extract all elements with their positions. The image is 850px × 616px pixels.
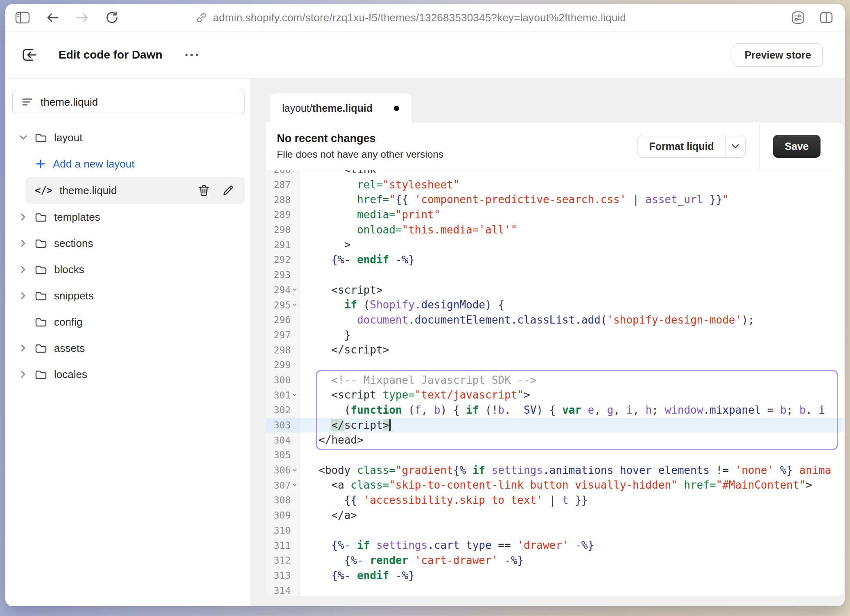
tab-theme-liquid[interactable]: layout/theme.liquid xyxy=(270,93,411,123)
gutter-line-number: 306 xyxy=(266,463,300,478)
sidebar-item-theme-liquid[interactable]: </>theme.liquid xyxy=(25,177,245,204)
code-line-288[interactable]: 288 href="{{ 'component-predictive-searc… xyxy=(266,192,844,207)
code-line-293[interactable]: 293 xyxy=(266,267,844,283)
sidebar-item-add-a-new-layout[interactable]: Add a new layout xyxy=(5,151,251,177)
code-line-308[interactable]: 308 {{ 'accessibility.skip_to_text' | t … xyxy=(266,493,844,508)
sidebar-item-sections[interactable]: sections xyxy=(5,230,251,256)
fold-chevron-icon[interactable] xyxy=(292,467,298,473)
code-line-302[interactable]: 302 (function (f, b) { if (!b.__SV) { va… xyxy=(266,403,844,418)
address-bar[interactable]: admin.shopify.com/store/rzq1xu-f5/themes… xyxy=(196,4,626,31)
more-actions-icon[interactable] xyxy=(185,54,198,56)
fold-chevron-icon[interactable] xyxy=(292,392,298,398)
folder-icon xyxy=(35,369,47,380)
sidebar-item-blocks[interactable]: blocks xyxy=(5,256,251,283)
code-line-295[interactable]: 295 if (Shopify.designMode) { xyxy=(266,297,844,313)
reload-icon[interactable] xyxy=(105,11,118,24)
file-filter-input[interactable]: theme.liquid xyxy=(12,90,245,114)
gutter-line-number: 291 xyxy=(266,237,300,252)
fold-chevron-icon[interactable] xyxy=(292,302,298,308)
chevron-down-icon xyxy=(731,143,739,149)
code-line-292[interactable]: 292 {%- endif -%} xyxy=(266,252,844,267)
exit-editor-icon[interactable] xyxy=(20,47,37,63)
code-line-300[interactable]: 300 <!-- Mixpanel Javascript SDK --> xyxy=(266,373,844,388)
gutter-line-number: 299 xyxy=(266,358,300,373)
code-line-290[interactable]: 290 onload="this.media='all'" xyxy=(266,222,844,238)
chevron-right-icon[interactable] xyxy=(20,291,26,300)
app-header: Edit code for Dawn Preview store xyxy=(5,32,845,79)
code-line-305[interactable]: 305 xyxy=(266,448,844,463)
gutter-line-number: 312 xyxy=(266,553,300,568)
folder-label: layout xyxy=(54,131,82,144)
sidebar-item-config[interactable]: config xyxy=(5,309,251,335)
code-line-296[interactable]: 296 document.documentElement.classList.a… xyxy=(266,313,844,328)
code-line-313[interactable]: 313 {%- endif -%} xyxy=(266,568,844,583)
gutter-line-number: 287 xyxy=(266,177,300,192)
forward-icon[interactable] xyxy=(76,12,89,23)
code-line-289[interactable]: 289 media="print" xyxy=(266,207,844,222)
code-line-314[interactable]: 314 xyxy=(266,583,844,596)
code-line-286[interactable]: 286 <link xyxy=(266,170,844,177)
code-line-312[interactable]: 312 {%- render 'cart-drawer' -%} xyxy=(266,553,844,568)
code-line-307[interactable]: 307 <a class="skip-to-content-link butto… xyxy=(266,478,844,493)
status-title: No recent changes xyxy=(277,132,443,145)
gutter-line-number: 301 xyxy=(266,387,300,403)
sidebar-item-snippets[interactable]: snippets xyxy=(5,283,251,309)
sidebar-item-assets[interactable]: assets xyxy=(5,335,251,361)
header-divider xyxy=(759,122,760,170)
format-liquid-dropdown[interactable] xyxy=(725,135,745,157)
text-cursor xyxy=(389,419,391,431)
gutter-line-number: 290 xyxy=(266,222,300,238)
chevron-down-icon[interactable] xyxy=(19,135,28,140)
sidebar-item-layout[interactable]: layout xyxy=(5,125,251,151)
gutter-line-number: 289 xyxy=(266,207,300,222)
filter-icon xyxy=(22,97,33,107)
code-line-299[interactable]: 299 xyxy=(266,358,844,373)
code-line-311[interactable]: 311 {%- if settings.cart_type == 'drawer… xyxy=(266,538,844,553)
chevron-right-icon[interactable] xyxy=(20,265,26,274)
add-layout-label: Add a new layout xyxy=(53,158,134,170)
folder-label: snippets xyxy=(54,290,94,302)
editor-area: layout/theme.liquid No recent changes Fi… xyxy=(252,79,845,606)
code-line-294[interactable]: 294 <script> xyxy=(266,283,844,298)
code-line-309[interactable]: 309 </a> xyxy=(266,508,844,523)
fold-chevron-icon[interactable] xyxy=(292,482,298,488)
folder-icon xyxy=(35,317,47,327)
save-button[interactable]: Save xyxy=(773,135,821,158)
code-line-287[interactable]: 287 rel="stylesheet" xyxy=(266,177,844,192)
chevron-right-icon[interactable] xyxy=(20,239,26,248)
folder-icon xyxy=(35,290,47,301)
file-label: theme.liquid xyxy=(59,184,117,197)
gutter-line-number: 300 xyxy=(266,373,300,388)
folder-label: blocks xyxy=(54,263,84,276)
chevron-right-icon[interactable] xyxy=(20,370,26,379)
code-line-310[interactable]: 310 xyxy=(266,523,844,538)
tab-file-name: theme.liquid xyxy=(312,102,373,114)
plus-icon xyxy=(36,159,45,169)
sidebar-item-templates[interactable]: templates xyxy=(5,204,251,230)
code-line-303[interactable]: 303 </script> xyxy=(266,418,844,433)
chevron-right-icon[interactable] xyxy=(20,344,26,353)
code-line-297[interactable]: 297 } xyxy=(266,328,844,343)
split-view-icon[interactable] xyxy=(819,11,833,24)
code-line-304[interactable]: 304</head> xyxy=(266,433,844,448)
preview-store-button[interactable]: Preview store xyxy=(733,43,823,67)
format-liquid-button[interactable]: Format liquid xyxy=(638,135,745,158)
folder-icon xyxy=(35,264,47,275)
back-icon[interactable] xyxy=(46,12,59,23)
gutter-line-number: 293 xyxy=(266,267,300,283)
rename-file-icon[interactable] xyxy=(222,184,234,197)
file-sidebar: theme.liquid layoutAdd a new layout</>th… xyxy=(5,79,252,606)
code-line-298[interactable]: 298 </script> xyxy=(266,342,844,358)
code-line-291[interactable]: 291 > xyxy=(266,237,844,252)
code-line-301[interactable]: 301 <script type="text/javascript"> xyxy=(266,387,844,403)
sidebar-toggle-icon[interactable] xyxy=(15,11,30,24)
code-editor[interactable]: 286 <link287 rel="stylesheet"288 href="{… xyxy=(266,170,844,596)
fold-chevron-icon[interactable] xyxy=(292,287,298,293)
folder-icon xyxy=(35,132,47,143)
url-text: admin.shopify.com/store/rzq1xu-f5/themes… xyxy=(213,11,626,24)
reader-settings-icon[interactable] xyxy=(791,10,805,25)
chevron-right-icon[interactable] xyxy=(20,213,26,222)
delete-file-icon[interactable] xyxy=(198,184,210,197)
code-line-306[interactable]: 306<body class="gradient{% if settings.a… xyxy=(266,463,844,478)
sidebar-item-locales[interactable]: locales xyxy=(5,361,251,387)
